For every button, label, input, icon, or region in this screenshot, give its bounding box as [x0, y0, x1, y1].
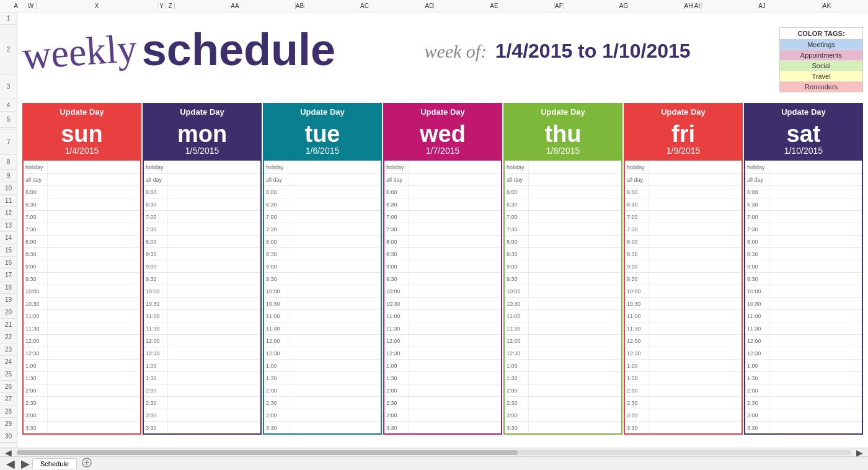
time-content[interactable]	[408, 198, 501, 210]
time-content[interactable]	[528, 384, 621, 396]
time-content[interactable]	[288, 161, 381, 173]
time-content[interactable]	[167, 360, 260, 371]
time-content[interactable]	[649, 285, 742, 297]
time-content[interactable]	[408, 422, 501, 433]
time-content[interactable]	[769, 335, 862, 347]
time-content[interactable]	[167, 422, 260, 433]
time-content[interactable]	[408, 248, 501, 260]
time-content[interactable]	[47, 285, 140, 297]
time-content[interactable]	[47, 360, 140, 371]
time-content[interactable]	[769, 198, 862, 210]
time-content[interactable]	[528, 223, 621, 235]
time-content[interactable]	[167, 248, 260, 260]
time-content[interactable]	[167, 186, 260, 198]
time-content[interactable]	[167, 223, 260, 235]
time-content[interactable]	[47, 211, 140, 223]
time-content[interactable]	[408, 186, 501, 198]
time-content[interactable]	[288, 335, 381, 347]
time-content[interactable]	[769, 260, 862, 272]
time-content[interactable]	[167, 409, 260, 421]
time-content[interactable]	[288, 422, 381, 433]
update-day-wed[interactable]: Update Day	[384, 104, 501, 120]
time-content[interactable]	[47, 260, 140, 272]
time-content[interactable]	[47, 372, 140, 384]
time-content[interactable]	[47, 298, 140, 309]
time-content[interactable]	[528, 248, 621, 260]
time-content[interactable]	[288, 310, 381, 322]
time-content[interactable]	[167, 198, 260, 210]
time-content[interactable]	[47, 409, 140, 421]
update-day-tue[interactable]: Update Day	[264, 104, 381, 120]
time-content[interactable]	[408, 322, 501, 334]
time-content[interactable]	[288, 397, 381, 409]
time-content[interactable]	[769, 372, 862, 384]
time-content[interactable]	[649, 322, 742, 334]
time-content[interactable]	[47, 174, 140, 185]
time-content[interactable]	[649, 174, 742, 185]
time-content[interactable]	[47, 273, 140, 285]
time-content[interactable]	[769, 236, 862, 247]
h-scrollbar[interactable]: ◀ ▶	[0, 448, 868, 456]
time-content[interactable]	[528, 285, 621, 297]
time-content[interactable]	[408, 310, 501, 322]
time-content[interactable]	[769, 161, 862, 173]
time-content[interactable]	[528, 422, 621, 433]
time-content[interactable]	[167, 285, 260, 297]
time-content[interactable]	[769, 347, 862, 359]
time-content[interactable]	[408, 335, 501, 347]
time-content[interactable]	[769, 273, 862, 285]
time-content[interactable]	[408, 285, 501, 297]
time-content[interactable]	[288, 372, 381, 384]
time-content[interactable]	[649, 161, 742, 173]
time-content[interactable]	[769, 422, 862, 433]
time-content[interactable]	[408, 236, 501, 247]
time-content[interactable]	[649, 298, 742, 309]
time-content[interactable]	[288, 211, 381, 223]
time-content[interactable]	[649, 372, 742, 384]
time-content[interactable]	[649, 347, 742, 359]
time-content[interactable]	[167, 322, 260, 334]
time-content[interactable]	[528, 198, 621, 210]
time-content[interactable]	[408, 211, 501, 223]
time-content[interactable]	[528, 260, 621, 272]
time-content[interactable]	[167, 260, 260, 272]
time-content[interactable]	[649, 409, 742, 421]
time-content[interactable]	[769, 310, 862, 322]
time-content[interactable]	[47, 384, 140, 396]
time-content[interactable]	[528, 298, 621, 309]
time-content[interactable]	[288, 360, 381, 371]
time-content[interactable]	[47, 322, 140, 334]
add-sheet-button[interactable]	[78, 458, 95, 469]
time-content[interactable]	[769, 186, 862, 198]
time-content[interactable]	[167, 211, 260, 223]
time-content[interactable]	[408, 360, 501, 371]
time-content[interactable]	[769, 248, 862, 260]
time-content[interactable]	[47, 248, 140, 260]
time-content[interactable]	[528, 397, 621, 409]
time-content[interactable]	[649, 310, 742, 322]
time-content[interactable]	[408, 273, 501, 285]
time-content[interactable]	[408, 161, 501, 173]
time-content[interactable]	[408, 223, 501, 235]
time-content[interactable]	[167, 397, 260, 409]
time-content[interactable]	[408, 397, 501, 409]
update-day-mon[interactable]: Update Day	[144, 104, 260, 120]
time-content[interactable]	[528, 409, 621, 421]
time-content[interactable]	[47, 236, 140, 247]
time-content[interactable]	[528, 322, 621, 334]
time-content[interactable]	[408, 372, 501, 384]
time-content[interactable]	[528, 211, 621, 223]
time-content[interactable]	[769, 211, 862, 223]
time-content[interactable]	[528, 310, 621, 322]
time-content[interactable]	[47, 223, 140, 235]
time-content[interactable]	[408, 174, 501, 185]
update-day-sat[interactable]: Update Day	[745, 104, 862, 120]
time-content[interactable]	[528, 360, 621, 371]
time-content[interactable]	[769, 409, 862, 421]
time-content[interactable]	[47, 310, 140, 322]
time-content[interactable]	[649, 260, 742, 272]
time-content[interactable]	[649, 211, 742, 223]
time-content[interactable]	[288, 347, 381, 359]
time-content[interactable]	[769, 285, 862, 297]
time-content[interactable]	[769, 360, 862, 371]
